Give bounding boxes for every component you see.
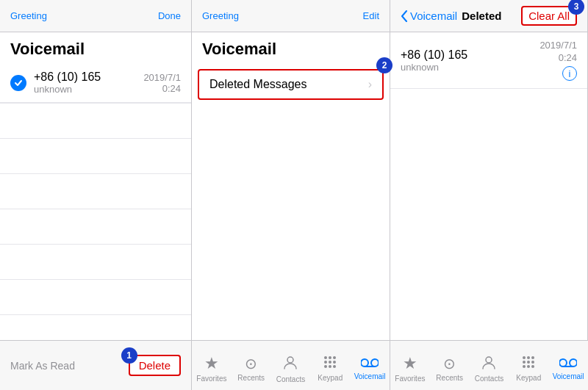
svg-point-2 [329, 356, 331, 359]
step1-badge: 1 [121, 347, 137, 364]
info-button[interactable]: i [562, 66, 577, 81]
tab-contacts[interactable]: Contacts [271, 341, 311, 390]
star-icon-right: ★ [403, 354, 417, 373]
step2-badge: 2 [376, 57, 392, 73]
tab-bar-right: ★ Favorites ⊙ Recents Contacts [192, 341, 390, 390]
keypad-icon-right [521, 355, 536, 372]
left-item-subtitle: unknown [34, 84, 143, 95]
step3-badge: 3 [568, 0, 584, 15]
left-item-content: +86 (10) 165 unknown [34, 71, 143, 95]
tab-bar-far-right: ★ Favorites ⊙ Recents Contacts [390, 341, 588, 390]
svg-point-13 [486, 357, 492, 363]
deleted-messages-label: Deleted Messages [209, 78, 307, 91]
svg-point-19 [531, 361, 534, 364]
right-item-subtitle: unknown [401, 62, 539, 73]
tab-contacts-right-label: Contacts [475, 375, 503, 383]
middle-greeting-link[interactable]: Greeting [202, 10, 239, 21]
middle-panel: Greeting Edit Voicemail Deleted Messages… [192, 0, 390, 340]
keypad-icon [323, 355, 337, 372]
svg-point-10 [361, 359, 368, 366]
deleted-messages-row[interactable]: Deleted Messages › [198, 69, 384, 100]
middle-panel-title: Voicemail [192, 32, 390, 63]
right-item-phone: +86 (10) 165 [401, 48, 539, 62]
voicemail-icon-right [559, 356, 577, 371]
contacts-icon-right [481, 354, 497, 373]
right-list-item[interactable]: +86 (10) 165 unknown 2019/7/1 0:24 i [390, 32, 587, 89]
left-panel: Greeting Done Voicemail +86 (10) 165 unk… [0, 0, 192, 340]
recents-icon: ⊙ [245, 355, 257, 372]
tab-voicemail-right[interactable]: Voicemail [548, 341, 588, 390]
left-item-date: 2019/7/1 0:24 [143, 72, 181, 94]
tab-keypad[interactable]: Keypad [310, 341, 350, 390]
back-label: Voicemail [410, 10, 457, 22]
tab-favorites[interactable]: ★ Favorites [192, 341, 232, 390]
svg-point-16 [531, 356, 534, 359]
middle-panel-header: Greeting Edit [192, 0, 390, 32]
tab-contacts-label: Contacts [276, 375, 305, 383]
tab-recents-right-label: Recents [436, 374, 463, 382]
tab-recents[interactable]: ⊙ Recents [232, 341, 271, 390]
tab-contacts-right[interactable]: Contacts [470, 341, 509, 390]
tab-keypad-right[interactable]: Keypad [509, 341, 548, 390]
voicemail-list-item[interactable]: +86 (10) 165 unknown 2019/7/1 0:24 [0, 63, 191, 103]
check-icon [10, 75, 26, 91]
right-panel: Voicemail Deleted Clear All 3 +86 (10) 1… [390, 0, 588, 340]
svg-point-11 [371, 359, 379, 366]
right-item-meta: 2019/7/1 0:24 i [539, 40, 577, 81]
tab-voicemail-right-label: Voicemail [553, 372, 584, 380]
svg-point-4 [324, 361, 327, 364]
done-button[interactable]: Done [158, 10, 181, 21]
recents-icon-right: ⊙ [443, 355, 456, 372]
tab-favorites-right[interactable]: ★ Favorites [390, 341, 430, 390]
voicemail-icon [361, 356, 379, 371]
back-button[interactable]: Voicemail [401, 10, 457, 22]
left-item-phone: +86 (10) 165 [34, 71, 143, 84]
tab-keypad-right-label: Keypad [516, 374, 541, 382]
svg-point-9 [333, 365, 336, 368]
svg-point-17 [523, 361, 526, 364]
greeting-link[interactable]: Greeting [10, 10, 47, 21]
svg-point-8 [329, 365, 331, 368]
svg-point-3 [333, 356, 336, 359]
tab-recents-label: Recents [237, 374, 265, 382]
bottom-toolbar: Mark As Read Delete 1 ★ Favorites ⊙ Rece… [0, 340, 588, 390]
mark-as-read-label: Mark As Read [10, 360, 75, 372]
right-panel-header: Voicemail Deleted Clear All 3 [390, 0, 587, 32]
svg-point-5 [329, 361, 331, 364]
left-panel-title: Voicemail [0, 32, 191, 63]
chevron-right-icon: › [368, 78, 372, 91]
tab-voicemail-left-label: Voicemail [354, 372, 386, 380]
right-item-date: 2019/7/1 [539, 40, 577, 51]
contacts-icon [282, 354, 298, 374]
svg-point-6 [333, 361, 336, 364]
tab-favorites-label: Favorites [196, 375, 226, 383]
tab-recents-right[interactable]: ⊙ Recents [430, 341, 470, 390]
tab-favorites-right-label: Favorites [395, 375, 425, 383]
toolbar-left: Mark As Read Delete 1 [0, 341, 192, 390]
deleted-section-label: Deleted [462, 10, 517, 22]
tab-keypad-label: Keypad [318, 374, 343, 382]
svg-point-24 [570, 359, 577, 366]
svg-point-15 [527, 356, 530, 359]
svg-point-21 [527, 365, 530, 368]
svg-point-1 [324, 356, 327, 359]
tab-voicemail-left[interactable]: Voicemail [350, 341, 390, 390]
left-panel-header: Greeting Done [0, 0, 191, 32]
star-icon: ★ [204, 354, 219, 373]
svg-point-0 [287, 357, 293, 363]
svg-point-23 [559, 359, 567, 366]
svg-point-18 [527, 361, 530, 364]
svg-point-22 [531, 365, 534, 368]
right-item-content: +86 (10) 165 unknown [401, 48, 539, 73]
svg-point-20 [523, 365, 526, 368]
edit-button[interactable]: Edit [363, 10, 379, 21]
svg-point-14 [523, 356, 526, 359]
right-item-duration: 0:24 [559, 52, 577, 63]
svg-point-7 [324, 365, 327, 368]
